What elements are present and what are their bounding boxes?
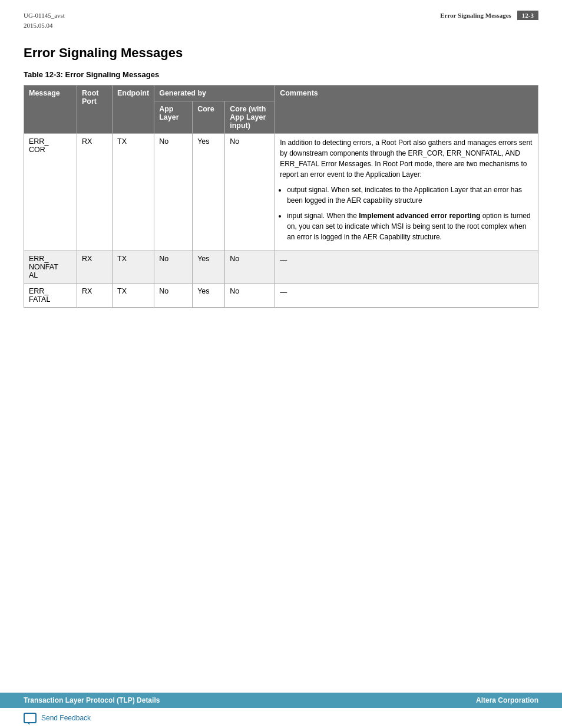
- list-item: input signal. When the Implement advance…: [287, 210, 533, 242]
- footer-right-text: Altera Corporation: [476, 696, 538, 704]
- col-header-core: Core: [193, 101, 225, 134]
- cell-endpoint: TX: [113, 251, 154, 284]
- table-row: ERR_FATAL RX TX No Yes No —: [24, 284, 538, 308]
- bold-text: Implement advanced error reporting: [359, 212, 480, 220]
- cell-app-layer: No: [154, 134, 193, 251]
- footer-bar: Transaction Layer Protocol (TLP) Details…: [0, 693, 562, 708]
- error-signaling-table: Message Root Port Endpoint Generated by …: [24, 85, 538, 308]
- cell-app-layer: No: [154, 251, 193, 284]
- cell-app-layer: No: [154, 284, 193, 308]
- main-content: Error Signaling Messages Table 12-3: Err…: [0, 34, 562, 331]
- doc-date: 2015.05.04: [24, 21, 65, 31]
- cell-root-port: RX: [77, 251, 113, 284]
- cell-comments: —: [275, 284, 538, 308]
- cell-comments: In addition to detecting errors, a Root …: [275, 134, 538, 251]
- header-doc-info: UG-01145_avst 2015.05.04: [24, 11, 65, 30]
- page-title: Error Signaling Messages: [24, 45, 538, 61]
- col-header-generated-by: Generated by: [154, 85, 275, 101]
- cell-comments: —: [275, 251, 538, 284]
- col-header-root-port: Root Port: [77, 85, 113, 134]
- cell-core-with-app: No: [225, 134, 275, 251]
- header-section-title: Error Signaling Messages: [440, 12, 517, 19]
- cell-message: ERR_NONFATAL: [24, 251, 77, 284]
- cell-core: Yes: [193, 134, 225, 251]
- table-row: ERR_COR RX TX No Yes No In addition to d…: [24, 134, 538, 251]
- cell-root-port: RX: [77, 134, 113, 251]
- cell-core: Yes: [193, 284, 225, 308]
- comment-paragraph: In addition to detecting errors, a Root …: [280, 137, 533, 180]
- col-header-core-with-app: Core (with App Layer input): [225, 101, 275, 134]
- footer-feedback[interactable]: Send Feedback: [0, 708, 562, 728]
- feedback-icon: [24, 713, 37, 723]
- cell-core: Yes: [193, 251, 225, 284]
- col-header-message: Message: [24, 85, 77, 134]
- col-header-app-layer: App Layer: [154, 101, 193, 134]
- col-header-endpoint: Endpoint: [113, 85, 154, 134]
- feedback-label[interactable]: Send Feedback: [41, 714, 91, 722]
- doc-id: UG-01145_avst: [24, 11, 65, 21]
- cell-core-with-app: No: [225, 251, 275, 284]
- cell-message: ERR_COR: [24, 134, 77, 251]
- cell-root-port: RX: [77, 284, 113, 308]
- list-item: output signal. When set, indicates to th…: [287, 185, 533, 206]
- cell-core-with-app: No: [225, 284, 275, 308]
- cell-endpoint: TX: [113, 284, 154, 308]
- table-caption: Table 12-3: Error Signaling Messages: [24, 70, 538, 79]
- comment-list: output signal. When set, indicates to th…: [287, 185, 533, 242]
- page-footer: Transaction Layer Protocol (TLP) Details…: [0, 693, 562, 728]
- table-row: ERR_NONFATAL RX TX No Yes No —: [24, 251, 538, 284]
- page-header: UG-01145_avst 2015.05.04 Error Signaling…: [0, 0, 562, 34]
- cell-endpoint: TX: [113, 134, 154, 251]
- footer-left-text: Transaction Layer Protocol (TLP) Details: [24, 696, 160, 704]
- cell-message: ERR_FATAL: [24, 284, 77, 308]
- header-right: Error Signaling Messages 12-3: [440, 11, 538, 20]
- col-header-comments: Comments: [275, 85, 538, 134]
- header-page-num: 12-3: [517, 11, 538, 20]
